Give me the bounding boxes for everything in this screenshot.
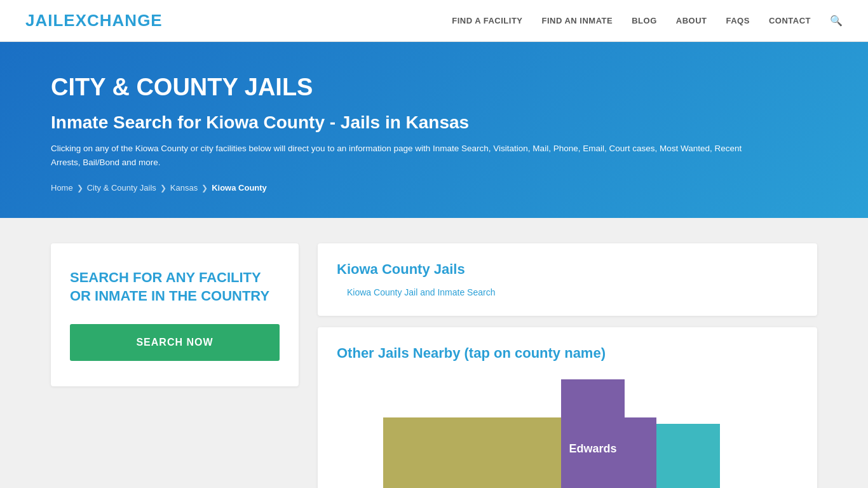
- main-content: SEARCH FOR ANY FACILITY OR INMATE IN THE…: [0, 218, 868, 488]
- right-panel: Kiowa County Jails Kiowa County Jail and…: [318, 243, 817, 488]
- county-cutout: [625, 379, 656, 417]
- breadcrumb-city-county[interactable]: City & County Jails: [87, 183, 156, 193]
- site-logo[interactable]: JAILEXCHANGE: [25, 11, 163, 30]
- county-map-svg: Edwards: [337, 373, 798, 488]
- nearby-jails-card: Other Jails Nearby (tap on county name) …: [318, 327, 817, 488]
- breadcrumb-sep-3: ❯: [201, 184, 208, 193]
- breadcrumb-state[interactable]: Kansas: [170, 183, 198, 193]
- nav-contact[interactable]: CONTACT: [769, 16, 811, 25]
- kiowa-card-title: Kiowa County Jails: [337, 261, 798, 278]
- site-header: JAILEXCHANGE FIND A FACILITY FIND AN INM…: [0, 0, 868, 42]
- hero-subtitle: Inmate Search for Kiowa County - Jails i…: [51, 112, 817, 133]
- nav-faqs[interactable]: FAQs: [726, 16, 750, 25]
- county-shape-olive[interactable]: [383, 417, 567, 488]
- search-panel: SEARCH FOR ANY FACILITY OR INMATE IN THE…: [51, 243, 299, 386]
- kiowa-jails-card: Kiowa County Jails Kiowa County Jail and…: [318, 243, 817, 316]
- county-shape-teal[interactable]: [656, 424, 720, 488]
- hero-description: Clicking on any of the Kiowa County or c…: [51, 142, 750, 169]
- kiowa-jail-link[interactable]: Kiowa County Jail and Inmate Search: [337, 287, 495, 297]
- nearby-card-title: Other Jails Nearby (tap on county name): [337, 345, 798, 362]
- breadcrumb-sep-2: ❯: [160, 184, 166, 193]
- breadcrumb-current: Kiowa County: [212, 183, 267, 193]
- nav-blog[interactable]: BLOG: [632, 16, 657, 25]
- nav-find-facility[interactable]: FIND A FACILITY: [452, 16, 522, 25]
- page-title: CITY & COUNTY JAILS: [51, 74, 817, 101]
- search-cta-text: SEARCH FOR ANY FACILITY OR INMATE IN THE…: [70, 269, 280, 305]
- breadcrumb: Home ❯ City & County Jails ❯ Kansas ❯ Ki…: [51, 183, 817, 193]
- search-now-button[interactable]: SEARCH NOW: [70, 324, 280, 361]
- nav-about[interactable]: ABOUT: [676, 16, 707, 25]
- logo-jail: JAIL: [25, 11, 64, 30]
- county-map-area[interactable]: Edwards: [337, 373, 798, 488]
- nav-find-inmate[interactable]: FIND AN INMATE: [542, 16, 613, 25]
- main-nav: FIND A FACILITY FIND AN INMATE BLOG ABOU…: [452, 15, 843, 27]
- logo-exchange: EXCHANGE: [64, 11, 162, 30]
- hero-banner: CITY & COUNTY JAILS Inmate Search for Ki…: [0, 42, 868, 218]
- breadcrumb-sep-1: ❯: [77, 184, 83, 193]
- breadcrumb-home[interactable]: Home: [51, 183, 73, 193]
- edwards-label: Edwards: [569, 442, 616, 455]
- search-icon[interactable]: 🔍: [830, 15, 843, 27]
